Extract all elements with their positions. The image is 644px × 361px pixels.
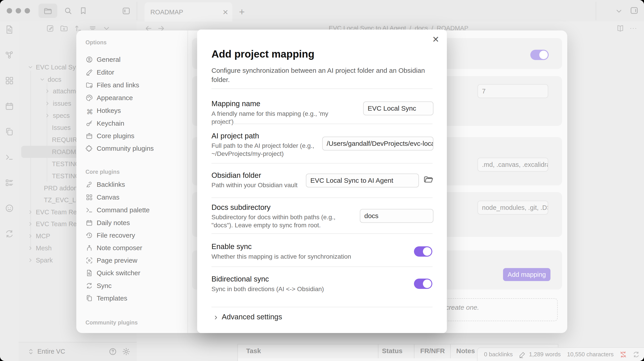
- column-divider: [414, 344, 414, 358]
- character-count[interactable]: 10,550 characters: [567, 351, 614, 358]
- bookmarks-button[interactable]: [74, 4, 93, 18]
- calendar-icon[interactable]: [4, 101, 14, 111]
- nav-note-composer[interactable]: Note composer: [86, 242, 184, 254]
- folder-gear-icon: [86, 81, 93, 89]
- nav-canvas[interactable]: Canvas: [86, 191, 184, 204]
- nav-appearance[interactable]: Appearance: [86, 92, 184, 104]
- chevron-icon: [28, 209, 33, 215]
- puzzle-icon: [86, 145, 93, 152]
- nav-hotkeys[interactable]: ⌘Hotkeys: [86, 104, 184, 117]
- bidirectional-sync-toggle[interactable]: [414, 279, 432, 289]
- vault-profile[interactable]: Entire VC: [18, 342, 137, 361]
- terminal-prompt-icon: [86, 206, 93, 214]
- chevron-icon: [28, 64, 33, 70]
- sync-icon: [86, 282, 93, 289]
- new-tab-button[interactable]: +: [239, 6, 245, 18]
- settings-gear-icon[interactable]: [122, 347, 130, 356]
- help-icon[interactable]: [108, 347, 117, 356]
- tree-item-label: EVC Team Rela: [36, 218, 82, 230]
- empty-state-text: create one.: [446, 304, 479, 311]
- enable-sync-toggle[interactable]: [414, 246, 432, 257]
- key-icon: [86, 120, 93, 127]
- edit-mode-icon[interactable]: [519, 351, 526, 358]
- number-input[interactable]: 7: [478, 84, 548, 98]
- divider: [212, 89, 432, 89]
- sync-vault-icon[interactable]: [4, 229, 14, 239]
- sync-status-icon[interactable]: [632, 351, 640, 358]
- nav-daily-notes[interactable]: Daily notes: [86, 217, 184, 229]
- modal-description: Configure synchronization between an AI …: [212, 66, 435, 84]
- nav-page-preview[interactable]: Page preview: [86, 254, 184, 267]
- mapping-name-label: Mapping name: [212, 99, 260, 108]
- advanced-settings-toggle[interactable]: Advanced settings: [222, 313, 282, 321]
- nav-files-and-links[interactable]: Files and links: [86, 79, 184, 91]
- nav-templates[interactable]: Templates: [86, 292, 184, 304]
- toggle-left-sidebar-button[interactable]: [117, 4, 136, 18]
- minimize-window-button[interactable]: [16, 8, 21, 14]
- mapping-name-input[interactable]: EVC Local Sync: [363, 102, 434, 115]
- close-icon[interactable]: ✕: [432, 35, 439, 44]
- nav-quick-switcher[interactable]: Quick switcher: [86, 267, 184, 279]
- add-mapping-button[interactable]: Add mapping: [503, 268, 550, 281]
- browse-folder-icon[interactable]: [423, 175, 434, 185]
- kanban-list-icon[interactable]: [4, 178, 14, 188]
- backlinks-count[interactable]: 0 backlinks: [484, 351, 513, 358]
- tree-item-label: Spark: [36, 254, 53, 266]
- ai-project-path-input[interactable]: /Users/gandalf/DevProjects/evc-local-s: [322, 137, 434, 151]
- palette-icon: [86, 94, 93, 102]
- close-tab-icon[interactable]: ✕: [222, 8, 228, 17]
- nav-file-recovery[interactable]: File recovery: [86, 229, 184, 242]
- excluded-paths-input[interactable]: node_modules, .git, .DS: [478, 201, 548, 215]
- history-clock-icon: [86, 232, 93, 239]
- nav-backlinks[interactable]: Backlinks: [86, 178, 184, 191]
- nav-keychain[interactable]: Keychain: [86, 117, 184, 130]
- status-bar: 0 backlinks 1,289 words 10,550 character…: [477, 347, 644, 361]
- new-note-icon[interactable]: [46, 24, 54, 33]
- more-options-icon[interactable]: [629, 24, 638, 33]
- nav-command-palette[interactable]: Command palette: [86, 204, 184, 216]
- file-types-input[interactable]: .md, .canvas, .excalidrav: [478, 158, 548, 172]
- file-search-icon[interactable]: [4, 25, 14, 35]
- toggle-right-sidebar-button[interactable]: [625, 3, 644, 18]
- nav-editor[interactable]: Editor: [86, 66, 184, 79]
- tree-item-label: attachme: [53, 85, 80, 97]
- canvas-icon[interactable]: [4, 76, 14, 86]
- obsidian-folder-input[interactable]: EVC Local Sync to AI Agent: [306, 174, 419, 187]
- tree-item-label: PRD addons: [44, 182, 80, 194]
- column-divider: [450, 344, 451, 358]
- ribbon: [0, 22, 19, 361]
- chevron-icon: [28, 221, 33, 227]
- background-toggle[interactable]: [530, 50, 549, 60]
- app-window: ROADMAP ✕ + EVC Local Sync docs attachme…: [0, 0, 644, 361]
- bidirectional-sync-label: Bidirectional sync: [212, 275, 269, 283]
- eye-scan-icon: [86, 257, 93, 264]
- chevron-down-icon[interactable]: [615, 7, 623, 15]
- terminal-icon[interactable]: [4, 152, 14, 162]
- nav-brat-partial[interactable]: BRAT: [86, 329, 184, 333]
- vault-switcher-button[interactable]: [38, 4, 57, 18]
- search-icon: [64, 6, 72, 15]
- sync-error-icon[interactable]: [620, 351, 627, 358]
- nav-community-plugins[interactable]: Community plugins: [86, 142, 184, 155]
- options-header: Options: [86, 38, 106, 47]
- nav-core-plugins[interactable]: Core plugins: [86, 130, 184, 142]
- nav-sync[interactable]: Sync: [86, 279, 184, 292]
- zoom-window-button[interactable]: [24, 8, 30, 14]
- copy-icon[interactable]: [4, 127, 14, 137]
- table-header-notes: Notes: [456, 347, 475, 355]
- advanced-chevron-icon[interactable]: [213, 314, 219, 321]
- link-icon: [86, 181, 93, 188]
- graph-icon[interactable]: [4, 50, 14, 60]
- tree-item-label: TESTING: [52, 170, 80, 182]
- new-folder-icon[interactable]: [60, 24, 68, 33]
- docs-subdirectory-input[interactable]: docs: [360, 209, 434, 223]
- sidebar-right-icon: [630, 6, 639, 15]
- nav-general[interactable]: General: [86, 53, 184, 66]
- smiley-icon[interactable]: [4, 203, 14, 213]
- chevron-icon: [44, 101, 50, 106]
- close-window-button[interactable]: [7, 8, 12, 14]
- word-count[interactable]: 1,289 words: [529, 351, 561, 358]
- reading-view-icon[interactable]: [616, 24, 624, 33]
- tree-item-label: EVC Local Sync: [36, 61, 83, 73]
- vault-name: Entire VC: [37, 348, 65, 355]
